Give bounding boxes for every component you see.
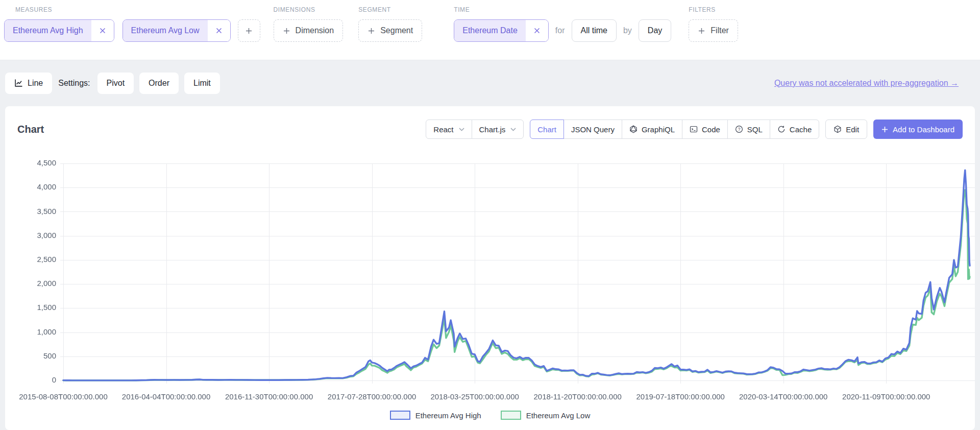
chart-legend: Ethereum Avg High Ethereum Avg Low — [5, 411, 975, 420]
legend-item-avg-low[interactable]: Ethereum Avg Low — [501, 411, 591, 420]
preaggregation-notice-link[interactable]: Query was not accelerated with pre-aggre… — [774, 79, 959, 88]
granularity-button[interactable]: Day — [639, 19, 671, 42]
plus-icon — [245, 27, 253, 35]
time-label: TIME — [454, 6, 671, 13]
edit-button[interactable]: Edit — [825, 120, 867, 139]
refresh-icon — [777, 125, 786, 133]
framework-value: React — [433, 125, 453, 134]
plus-icon — [698, 27, 705, 35]
remove-time-dimension-icon[interactable] — [526, 20, 548, 41]
tab-json-query[interactable]: JSON Query — [564, 120, 622, 139]
chart-header-actions: React Chart.js Chart JSON Query — [426, 120, 963, 139]
edit-label: Edit — [846, 125, 859, 134]
line-chart-icon — [14, 79, 23, 87]
time-chip-label: Ethereum Date — [454, 20, 526, 41]
add-dimension-button[interactable]: Dimension — [274, 19, 344, 42]
date-range-button[interactable]: All time — [572, 19, 617, 42]
time-dimension-chip[interactable]: Ethereum Date — [454, 19, 549, 42]
tab-label: Chart — [537, 125, 556, 134]
tab-cache[interactable]: Cache — [770, 120, 819, 139]
chart-type-label: Line — [28, 79, 43, 88]
tab-label: Cache — [790, 125, 812, 134]
legend-item-avg-high[interactable]: Ethereum Avg High — [390, 411, 481, 420]
dimensions-section: DIMENSIONS Dimension — [274, 5, 344, 42]
plus-icon — [283, 27, 290, 35]
library-value: Chart.js — [479, 125, 506, 134]
add-filter-label: Filter — [710, 26, 729, 35]
chevron-down-icon — [459, 128, 464, 131]
measure-chip-ethereum-avg-low[interactable]: Ethereum Avg Low — [122, 19, 231, 42]
legend-label: Ethereum Avg Low — [526, 411, 591, 420]
library-select[interactable]: Chart.js — [472, 120, 524, 139]
chart-type-button[interactable]: Line — [5, 73, 52, 94]
legend-swatch — [501, 411, 521, 420]
legend-label: Ethereum Avg High — [415, 411, 481, 420]
framework-select[interactable]: React — [426, 120, 472, 139]
add-segment-label: Segment — [380, 26, 413, 35]
tab-label: GraphiQL — [642, 125, 675, 134]
for-label: for — [555, 26, 565, 35]
segment-label: SEGMENT — [358, 6, 422, 13]
by-label: by — [623, 26, 632, 35]
plus-icon — [881, 126, 888, 133]
measure-chip-label: Ethereum Avg Low — [123, 20, 208, 41]
tab-chart[interactable]: Chart — [530, 120, 564, 139]
order-button[interactable]: Order — [139, 73, 179, 94]
svg-text:?: ? — [738, 127, 740, 132]
graphql-icon — [629, 125, 638, 133]
remove-measure-icon[interactable] — [91, 20, 114, 41]
tab-label: SQL — [747, 125, 763, 134]
settings-label: Settings: — [58, 79, 90, 88]
add-filter-button[interactable]: Filter — [689, 19, 738, 42]
filters-section: FILTERS Filter — [689, 5, 738, 42]
line-chart-canvas — [10, 142, 980, 408]
tab-label: Code — [702, 125, 720, 134]
plus-icon — [368, 27, 375, 35]
tab-sql[interactable]: ? SQL — [727, 120, 770, 139]
add-to-dashboard-label: Add to Dashboard — [893, 125, 954, 134]
filters-label: FILTERS — [689, 6, 738, 13]
tab-code[interactable]: Code — [682, 120, 728, 139]
remove-measure-icon[interactable] — [208, 20, 230, 41]
terminal-icon — [690, 125, 698, 133]
add-segment-button[interactable]: Segment — [358, 19, 422, 42]
codesandbox-icon — [834, 125, 842, 133]
chart-title: Chart — [17, 124, 44, 135]
settings-toolbar: Line Settings: Pivot Order Limit Query w… — [0, 60, 980, 106]
chevron-down-icon — [510, 128, 516, 131]
time-section: TIME Ethereum Date for All time by Day — [454, 5, 671, 42]
dimensions-label: DIMENSIONS — [274, 6, 344, 13]
question-circle-icon: ? — [735, 125, 743, 133]
add-measure-button[interactable] — [238, 19, 260, 42]
add-to-dashboard-button[interactable]: Add to Dashboard — [873, 120, 963, 139]
chart-card-header: Chart React Chart.js Chart — [5, 106, 975, 142]
add-dimension-label: Dimension — [296, 26, 334, 35]
tab-graphiql[interactable]: GraphiQL — [622, 120, 682, 139]
measures-label: MEASURES — [4, 6, 260, 13]
measure-chip-ethereum-avg-high[interactable]: Ethereum Avg High — [4, 19, 114, 42]
tab-label: JSON Query — [571, 125, 615, 134]
chart-card: Chart React Chart.js Chart — [5, 106, 975, 430]
pivot-button[interactable]: Pivot — [97, 73, 134, 94]
segment-section: SEGMENT Segment — [358, 5, 422, 42]
measures-section: MEASURES Ethereum Avg High Ethereum Avg … — [4, 5, 260, 42]
framework-library-group: React Chart.js — [426, 120, 524, 139]
measure-chip-label: Ethereum Avg High — [5, 20, 91, 41]
result-view-tabs: Chart JSON Query GraphiQL Code — [530, 120, 819, 139]
limit-button[interactable]: Limit — [184, 73, 220, 94]
query-builder-bar: MEASURES Ethereum Avg High Ethereum Avg … — [0, 0, 980, 60]
legend-swatch — [390, 411, 410, 420]
